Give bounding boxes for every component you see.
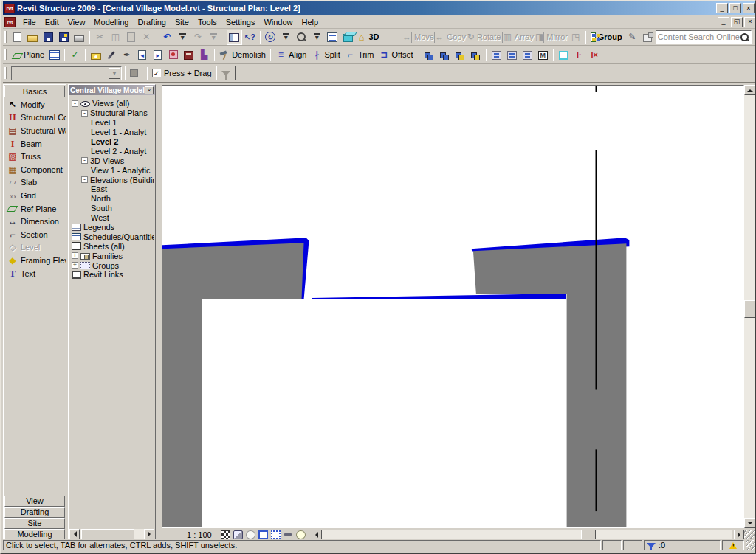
spelling-button[interactable] — [67, 47, 83, 63]
design-bar-item[interactable]: Structural Wall — [4, 124, 66, 137]
match-properties-button[interactable] — [103, 47, 119, 63]
design-bar-tab[interactable]: Drafting — [4, 507, 65, 518]
drawing-canvas[interactable] — [162, 85, 744, 528]
view-list-button[interactable] — [325, 30, 340, 45]
combo-dropdown-icon[interactable]: ▼ — [109, 68, 120, 79]
tree-expander[interactable]: - — [81, 176, 88, 183]
tree-item[interactable]: View 1 - Analytic — [69, 165, 154, 175]
tree-item[interactable]: - Views (all) — [69, 99, 154, 108]
design-bar-item[interactable]: Level — [4, 241, 66, 255]
scroll-left-button[interactable] — [69, 529, 80, 539]
shared-coordinates-button[interactable] — [504, 47, 520, 63]
browser-hscroll-thumb[interactable] — [81, 529, 134, 539]
close-button[interactable]: × — [743, 3, 755, 13]
undo-dropdown-button[interactable] — [175, 30, 190, 45]
tree-item[interactable]: Level 1 — [69, 118, 154, 128]
measure-button[interactable] — [88, 47, 103, 63]
open-button[interactable] — [25, 30, 41, 45]
project-browser-toggle-button[interactable] — [227, 30, 242, 45]
grid-display-button[interactable] — [47, 47, 62, 63]
tree-item[interactable]: Sheets (all) — [69, 241, 154, 251]
menu-item[interactable]: Drafting — [133, 16, 171, 28]
camera-view-button[interactable]: 3D — [356, 30, 383, 45]
tree-expander[interactable]: - — [81, 157, 88, 164]
browser-hscrollbar[interactable] — [69, 529, 154, 539]
menu-item[interactable]: Window — [259, 16, 297, 28]
import-image-button[interactable] — [468, 47, 484, 63]
crop-region-icon[interactable] — [258, 530, 268, 539]
tree-item[interactable]: Level 1 - Analyt — [69, 128, 154, 137]
canvas-hscroll-thumb[interactable] — [581, 530, 596, 540]
save-to-central-button[interactable] — [56, 30, 72, 45]
resize-grip[interactable] — [746, 540, 756, 550]
design-bar-item[interactable]: Beam — [4, 137, 66, 150]
design-bar-item[interactable]: Ref Plane — [4, 202, 66, 215]
new-button[interactable] — [10, 30, 25, 45]
offset-button[interactable]: Offset — [376, 47, 415, 63]
menu-item[interactable]: View — [63, 16, 90, 28]
zoom-button[interactable] — [294, 30, 309, 45]
view-scale[interactable]: 1 : 100 — [187, 530, 212, 539]
type-selector-combo[interactable]: ▼ — [11, 66, 122, 80]
tree-item[interactable]: Revit Links — [69, 270, 154, 280]
toolbar-grip[interactable] — [4, 67, 7, 79]
import-dwg-button[interactable] — [453, 47, 468, 63]
linked-element-button[interactable] — [640, 30, 656, 45]
tree-expander[interactable]: + — [72, 262, 78, 269]
red-i-x-button[interactable] — [587, 47, 602, 63]
canvas-scroll-left-button[interactable] — [312, 530, 322, 540]
doc-restore-button[interactable]: ◱ — [731, 17, 743, 27]
tree-item[interactable]: South — [69, 204, 154, 213]
zoom-dropdown-button[interactable] — [309, 30, 325, 45]
color-fill-button[interactable] — [556, 47, 571, 63]
tree-expander[interactable]: - — [72, 100, 78, 107]
view-dropdown-button[interactable] — [278, 30, 294, 45]
work-plane-button[interactable]: Plane — [10, 47, 47, 63]
model-graphics-icon[interactable] — [233, 530, 243, 539]
scroll-down-button[interactable] — [744, 518, 756, 528]
undo-button[interactable] — [159, 30, 175, 45]
design-bar-tab[interactable]: Modelling — [4, 529, 65, 540]
tree-expander[interactable]: + — [72, 252, 78, 259]
right-wall-gray[interactable] — [473, 243, 626, 527]
manage-links-button[interactable] — [489, 47, 504, 63]
design-bar-item[interactable]: Section — [4, 228, 66, 241]
toolbar-grip[interactable] — [4, 31, 7, 43]
doc-minimize-button[interactable]: _ — [718, 17, 729, 27]
split-button[interactable]: Split — [309, 47, 342, 63]
purge-button[interactable] — [196, 47, 212, 63]
detail-level-icon[interactable] — [221, 530, 230, 539]
save-button[interactable] — [41, 30, 56, 45]
context-help-button[interactable] — [242, 30, 258, 45]
menu-item[interactable]: Edit — [41, 16, 63, 28]
scroll-up-button[interactable] — [744, 85, 756, 95]
design-bar-item[interactable]: Modify — [4, 98, 66, 111]
middle-beam-blue[interactable] — [312, 294, 566, 299]
menu-item[interactable]: Settings — [221, 16, 260, 28]
tree-item[interactable]: Schedules/Quantitie — [69, 232, 154, 241]
design-bar-tab[interactable]: View — [4, 496, 65, 507]
project-browser-titlebar[interactable]: Central Village Model... × — [69, 85, 155, 95]
tree-item[interactable]: North — [69, 194, 154, 204]
link-dwg-button[interactable] — [437, 47, 453, 63]
design-bar-item[interactable]: Component — [4, 163, 66, 176]
scroll-right-button[interactable] — [144, 529, 154, 539]
tree-item[interactable]: East — [69, 184, 154, 194]
tree-item[interactable]: + Groups — [69, 260, 154, 270]
tree-item[interactable]: - 3D Views — [69, 156, 154, 165]
reveal-hidden-icon[interactable] — [296, 530, 306, 539]
design-bar-item[interactable]: Truss — [4, 150, 66, 163]
design-bar-item[interactable]: Structural Colu — [4, 111, 66, 125]
canvas-vscroll-thumb[interactable] — [744, 300, 756, 318]
design-bar-header[interactable]: Basics — [4, 86, 65, 97]
tree-item[interactable]: Legends — [69, 223, 154, 232]
cut-geometry-button[interactable] — [134, 47, 150, 63]
show-crop-icon[interactable] — [271, 530, 281, 539]
project-browser-close-button[interactable]: × — [145, 86, 154, 94]
split-face-button[interactable] — [181, 47, 196, 63]
menu-item[interactable]: Tools — [193, 16, 221, 28]
maximize-button[interactable]: □ — [729, 3, 741, 13]
image-button[interactable] — [535, 47, 551, 63]
canvas-hscrollbar[interactable] — [322, 530, 732, 540]
left-wall-gray[interactable] — [162, 243, 304, 527]
